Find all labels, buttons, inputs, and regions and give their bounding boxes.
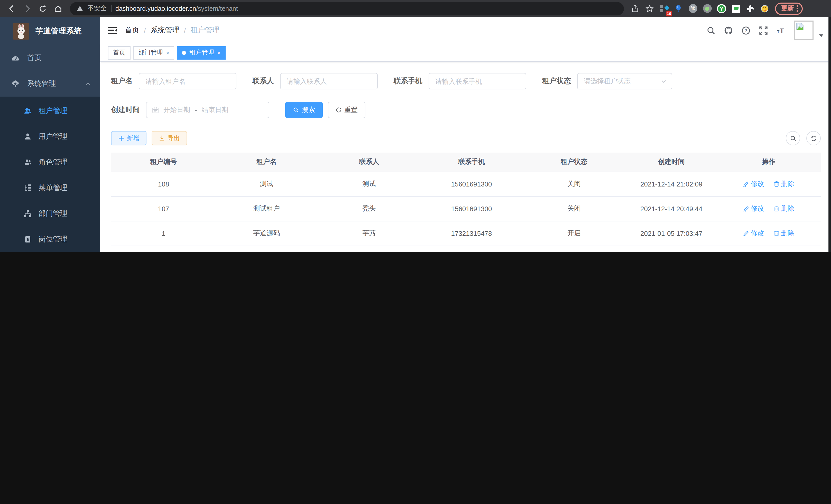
font-size-button[interactable]: TT [776,26,785,35]
header-search-button[interactable] [707,26,715,35]
sidebar-item-home[interactable]: 首页 [0,45,100,71]
reset-button-label: 重置 [344,105,358,115]
breadcrumb-home[interactable]: 首页 [125,26,139,35]
edit-link[interactable]: 修改 [743,229,764,238]
sidebar-item-tenant[interactable]: 租户管理 [0,98,100,124]
search-icon [293,107,299,113]
extension-yudao-icon[interactable]: Y [715,2,728,14]
delete-link[interactable]: 删除 [773,229,794,238]
org-chart-icon [23,209,32,218]
sidebar-logo[interactable]: 芋道管理系统 [0,17,100,45]
delete-link[interactable]: 删除 [773,204,794,213]
browser-back-button[interactable] [5,2,19,15]
tenant-name-input[interactable] [139,73,236,89]
chevron-down-icon [661,78,666,84]
toggle-search-button[interactable] [786,131,800,145]
address-bar[interactable]: 不安全 dashboard.yudao.iocoder.cn/system/te… [70,2,624,15]
contact-input[interactable] [280,73,378,89]
sidebar-item-post[interactable]: 岗位管理 [0,227,100,252]
export-button-label: 导出 [168,134,180,143]
security-warning-icon [77,5,83,12]
filter-row-2: 创建时间 开始日期 - 结束日期 搜索 重置 [111,102,821,118]
breadcrumb-system[interactable]: 系统管理 [150,26,179,35]
extension-record-icon[interactable] [701,2,713,14]
table-row: 107 测试租户 秃头 15601691300 关闭 2021-12-14 20… [111,196,821,221]
cell-created: 2021-01-05 17:03:47 [626,221,717,245]
tab-label: 首页 [113,48,125,57]
col-mobile: 联系手机 [421,153,522,172]
breadcrumb-current: 租户管理 [191,26,220,35]
tab-label: 租户管理 [190,48,214,57]
cell-mobile: 15601691300 [421,172,522,196]
avatar-dropdown-caret[interactable] [819,34,823,37]
extension-chat-icon[interactable] [730,2,742,14]
browser-update-button[interactable]: 更新 [775,2,803,14]
sidebar-item-label: 部门管理 [38,209,91,218]
filter-mobile: 联系手机 [394,73,526,89]
extensions-puzzle-icon[interactable] [744,2,756,14]
security-warning-label: 不安全 [87,4,107,13]
share-icon [631,4,639,12]
refresh-table-button[interactable] [806,131,821,145]
search-icon [707,26,715,35]
tab-tenant[interactable]: 租户管理 × [177,46,226,59]
sidebar-item-user[interactable]: 用户管理 [0,124,100,149]
star-icon [646,4,654,12]
reload-icon [38,4,47,12]
tab-dept[interactable]: 部门管理 × [133,46,174,59]
browser-menu-icon [797,5,798,12]
sidebar-item-role[interactable]: 角色管理 [0,149,100,175]
user-avatar[interactable] [794,21,813,40]
sidebar-submenu-system: 租户管理 用户管理 角色管理 [0,97,100,252]
browser-reload-button[interactable] [36,2,49,15]
svg-text:T: T [777,29,780,33]
cell-mobile: 15601691300 [421,196,522,221]
github-button[interactable] [724,26,733,35]
extension-balloon-icon[interactable] [672,2,685,14]
mobile-input[interactable] [429,73,526,89]
svg-text:T: T [780,27,784,34]
add-button[interactable]: 新增 [111,131,146,145]
sidebar-item-system[interactable]: 系统管理 [0,71,100,97]
tab-home[interactable]: 首页 [108,46,131,59]
cell-tenant-name: 芋道源码 [216,221,317,245]
close-icon[interactable]: × [166,50,169,56]
download-icon [159,135,165,141]
cell-created: 2021-12-14 20:49:44 [626,196,717,221]
help-doc-button[interactable]: ? [742,26,750,35]
profile-avatar[interactable] [758,2,771,14]
filter-tenant-name: 租户名 [111,73,236,89]
date-range-picker[interactable]: 开始日期 - 结束日期 [146,102,269,118]
field-label: 创建时间 [111,105,140,115]
cell-contact: 秃头 [317,196,421,221]
sidebar-item-menu[interactable]: 菜单管理 [0,175,100,201]
status-select[interactable]: 请选择租户状态 [577,73,672,89]
fullscreen-button[interactable] [759,26,768,35]
url-path: /system/tenant [196,5,238,12]
search-button-label: 搜索 [302,105,315,115]
extension-panels-icon[interactable]: 10 [658,2,670,14]
delete-link[interactable]: 删除 [773,179,794,188]
sidebar-item-dept[interactable]: 部门管理 [0,201,100,227]
close-icon[interactable]: × [217,50,221,56]
reset-button[interactable]: 重置 [328,102,365,118]
export-button[interactable]: 导出 [152,131,187,145]
cell-tenant-name: 测试租户 [216,196,317,221]
extension-command-icon[interactable]: ⌘ [687,2,699,14]
sidebar-fold-button[interactable] [108,26,117,34]
search-button[interactable]: 搜索 [285,102,323,118]
cell-contact: 芋艿 [317,221,421,245]
omnibox-divider [111,5,111,12]
bookmark-star-button[interactable] [643,2,656,14]
app-shell: 芋道管理系统 首页 系统管理 [0,17,831,252]
col-created: 创建时间 [626,153,717,172]
browser-home-button[interactable] [51,2,65,15]
browser-forward-button[interactable] [21,2,34,15]
gear-icon [11,79,20,88]
edit-link[interactable]: 修改 [743,204,764,213]
logo-rabbit-image [13,23,29,39]
edit-link[interactable]: 修改 [743,179,764,188]
cell-actions: 修改 删除 [717,196,821,221]
col-actions: 操作 [717,153,821,172]
share-button[interactable] [629,2,641,14]
